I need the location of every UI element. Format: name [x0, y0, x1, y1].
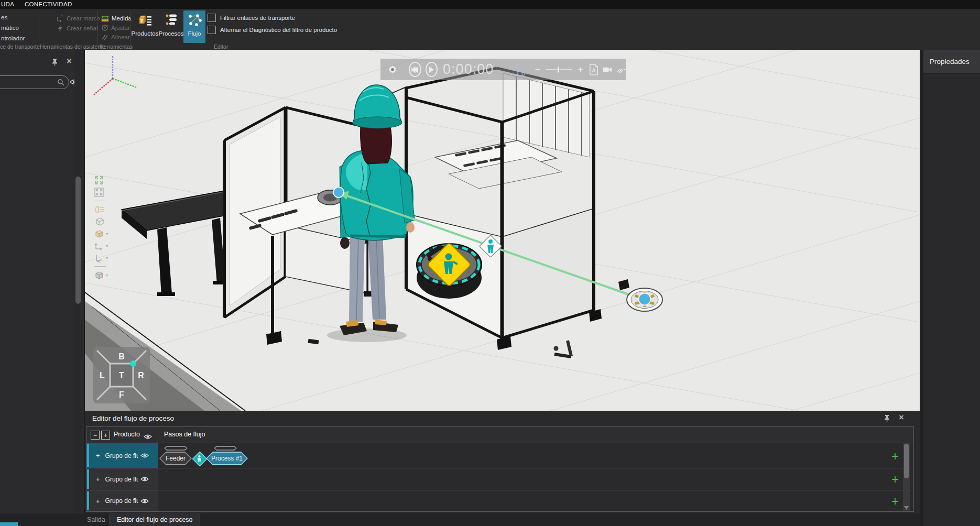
scrollbar-thumb[interactable]	[75, 177, 81, 304]
view-cube[interactable]: B L T R F	[92, 346, 151, 404]
view-cube-corner-dot[interactable]	[130, 360, 136, 367]
feeder-disc-target[interactable]	[627, 288, 662, 311]
flow-group-row-2[interactable]: + Grupo de flujo	[86, 468, 158, 490]
checkbox-box	[208, 26, 216, 34]
collapsed-step-outline[interactable]	[214, 446, 237, 451]
shaded-cube-icon[interactable]: ▾	[94, 229, 108, 238]
simulation-playback-bar: 0:00:00 x 1.0	[380, 59, 626, 80]
export-pdf-icon[interactable]	[589, 65, 598, 74]
view-cube-right[interactable]: R	[138, 371, 144, 380]
filter-transport-links-checkbox[interactable]: Filtrar enlaces de transporte	[208, 14, 295, 22]
add-step-button[interactable]: +	[891, 450, 899, 463]
frame-axis-icon[interactable]: ▾	[94, 241, 108, 250]
view-cube-left[interactable]: L	[100, 371, 105, 380]
product-column-header: Producto	[114, 431, 140, 438]
ribbon-item-cropped-3[interactable]: ntrolador	[1, 35, 25, 41]
add-product-icon[interactable]: +	[96, 475, 100, 483]
tab-editor-flujo[interactable]: Editor del flujo de proceso	[110, 513, 200, 526]
toggle-product-filter-diagnostic-checkbox[interactable]: Alternar el Diagnóstico del filtro de pr…	[208, 26, 337, 34]
view-cube-back[interactable]: B	[118, 352, 125, 361]
flujo-button[interactable]: Flujo	[183, 10, 205, 43]
visibility-eye-icon[interactable]	[143, 432, 153, 441]
viewport-3d[interactable]: 0:00:00 x 1.0	[85, 50, 920, 411]
visibility-eye-icon[interactable]	[140, 451, 149, 461]
application-window: UDA CONECTIVIDAD es mático ntrolador ce …	[0, 0, 980, 526]
add-step-button[interactable]: +	[891, 495, 899, 508]
record-video-icon[interactable]	[603, 65, 612, 74]
tool-divider	[94, 201, 106, 201]
play-button[interactable]	[426, 62, 438, 77]
ajustar-button[interactable]: Ajustar	[101, 24, 130, 32]
menu-tab-ayuda[interactable]: UDA	[1, 1, 14, 8]
settings-gear-icon[interactable]	[388, 65, 397, 74]
ribbon-separator	[39, 11, 39, 46]
ribbon-item-cropped-2[interactable]: mático	[1, 25, 19, 31]
flow-group-label: Grupo de flujo	[105, 497, 138, 505]
scene-3d[interactable]	[85, 50, 920, 411]
medida-button[interactable]: Medida	[101, 14, 132, 23]
collapsed-step-outline[interactable]	[164, 446, 188, 451]
multicolor-cube-icon[interactable]: ▾	[94, 270, 108, 280]
flow-icon	[187, 14, 202, 27]
process-flow-editor-panel: Editor del flujo de proceso × − + Produc…	[85, 411, 920, 513]
fill-view-icon[interactable]	[94, 188, 104, 197]
flow-group-row-1[interactable]: + Grupo de flujo	[86, 443, 158, 468]
worker-figure[interactable]	[327, 85, 415, 342]
add-product-icon[interactable]: +	[96, 452, 100, 459]
column-divider[interactable]	[158, 427, 158, 511]
rewind-button[interactable]	[409, 62, 421, 77]
tab-salida[interactable]: Salida	[80, 513, 113, 526]
create-frame-icon: *	[57, 15, 64, 22]
ribbon-item-cropped-1[interactable]: es	[1, 14, 7, 20]
flow-group-row-3[interactable]: + Grupo de flujo	[86, 490, 158, 511]
search-icon	[56, 78, 66, 87]
flow-step-process-1[interactable]: Process #1	[206, 452, 248, 465]
pin-icon[interactable]	[50, 57, 59, 67]
view-cube-front[interactable]: F	[119, 390, 124, 399]
close-panel-icon[interactable]: ×	[64, 57, 74, 66]
tool-divider	[94, 266, 106, 267]
crear-senal-button[interactable]: Crear señal	[57, 24, 97, 32]
checkbox-box	[208, 14, 216, 22]
alinear-button[interactable]: Alinear	[101, 33, 130, 41]
menu-bar: UDA CONECTIVIDAD	[0, 0, 980, 9]
window-corner-accent	[0, 522, 18, 526]
crear-marco-button[interactable]: * Crear marco	[57, 14, 100, 23]
ribbon-separator	[97, 11, 98, 46]
visibility-eye-icon[interactable]	[140, 475, 149, 484]
row-accent-bar	[87, 444, 89, 467]
wireframe-cube-icon[interactable]	[94, 217, 105, 226]
connectivity-signal-icon[interactable]	[616, 65, 626, 74]
visibility-eye-icon[interactable]	[140, 496, 149, 506]
procesos-button[interactable]: Procesos	[159, 10, 183, 43]
collapse-all-button[interactable]: −	[91, 431, 100, 440]
speed-slider[interactable]	[535, 64, 584, 75]
row-divider	[86, 468, 913, 468]
flow-table-scrollbar[interactable]	[903, 443, 910, 511]
products-icon: T	[138, 14, 153, 27]
svg-text:T: T	[140, 18, 144, 24]
colored-axis-icon[interactable]: ▾	[94, 253, 108, 262]
view-cube-top[interactable]: T	[119, 371, 124, 380]
flow-step-feeder[interactable]: Feeder	[159, 452, 192, 465]
add-step-button[interactable]: +	[891, 473, 899, 486]
menu-tab-conectividad[interactable]: CONECTIVIDAD	[25, 1, 72, 8]
tab-separator	[200, 514, 200, 525]
fit-view-icon[interactable]	[94, 176, 104, 185]
properties-panel: Propiedades	[923, 50, 980, 526]
search-input[interactable]	[0, 75, 69, 89]
scrollbar-thumb[interactable]	[904, 444, 909, 478]
close-panel-icon[interactable]: ×	[897, 413, 906, 422]
process-point-blue[interactable]	[333, 187, 344, 198]
render-light-icon[interactable]	[94, 205, 105, 214]
left-panel-scrollbar[interactable]	[74, 50, 82, 513]
pin-icon[interactable]	[882, 413, 891, 423]
small-part[interactable]	[554, 341, 572, 357]
transport-node-step[interactable]	[192, 452, 207, 466]
flow-group-label: Grupo de flujo	[105, 476, 138, 483]
add-product-icon[interactable]: +	[96, 497, 100, 505]
human-resource-location[interactable]	[417, 243, 482, 299]
expand-all-button[interactable]: +	[101, 431, 110, 440]
productos-button[interactable]: T Productos	[133, 10, 157, 43]
panel-splitter[interactable]	[920, 50, 923, 526]
